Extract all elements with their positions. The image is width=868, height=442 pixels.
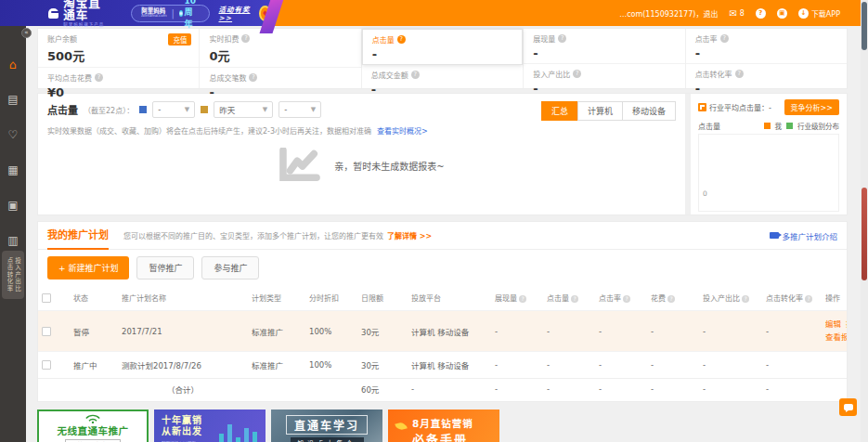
chart-section: 点击量 （截至22点）： -▼ 昨天▼ -▼ 汇总 计算机 移动设备 实时效果数…: [37, 93, 848, 215]
sidebar-item-home[interactable]: ⌂: [0, 46, 26, 82]
series-b-dropdown[interactable]: -▼: [279, 101, 321, 118]
my-plans-section: 我的推广计划 您可以根据不同的推广目的、宝贝类型，添加多个推广计划，让您的推广更…: [37, 221, 848, 402]
tab-my-plans[interactable]: 我的推广计划: [47, 222, 109, 250]
sidebar-item-favorites[interactable]: ♡: [0, 117, 26, 152]
main-content: 账户余额 500元 充值 平均点击花费? ¥0 实时扣费? 0元 总成交笔数? …: [26, 26, 861, 442]
chart-empty-state: 亲，暂时未生成数据报表~: [38, 148, 685, 183]
recharge-button[interactable]: 充值: [168, 33, 191, 46]
cell-cost: -: [647, 352, 699, 379]
daily-limit-link[interactable]: 30元: [357, 352, 408, 379]
join-promotion-button[interactable]: 参与推广: [201, 256, 259, 280]
help-icon[interactable]: ?: [573, 70, 581, 78]
col-roi: 投入产出比?: [699, 285, 762, 311]
legend-me-swatch: [764, 123, 771, 129]
activity-reward-link[interactable]: 活动有奖 >>: [219, 4, 253, 22]
mail-indicator[interactable]: ✉ 8: [729, 8, 744, 19]
platform-link[interactable]: 计算机 移动设备: [408, 352, 491, 379]
anniversary-badge[interactable]: 阿里妈妈 Alimama.com | 10周年: [131, 5, 209, 22]
row-checkbox[interactable]: [42, 360, 51, 370]
create-plan-button[interactable]: + 新建推广计划: [47, 256, 129, 280]
daily-limit-link[interactable]: 30元: [357, 311, 408, 352]
clicks-chart-panel: 点击量 （截至22点）： -▼ 昨天▼ -▼ 汇总 计算机 移动设备 实时效果数…: [38, 94, 691, 214]
help-icon[interactable]: ?: [805, 295, 812, 303]
date-range-dropdown[interactable]: 昨天▼: [214, 101, 273, 118]
total-ctr: -: [595, 379, 647, 400]
help-icon[interactable]: ?: [735, 70, 744, 78]
quick-metrics-panel[interactable]: 点击转化率 投入产出比: [2, 251, 24, 299]
help-icon[interactable]: ?: [249, 73, 257, 82]
sidebar-collapse-button[interactable]: «: [21, 28, 32, 38]
col-platform: 投放平台: [408, 285, 491, 311]
compete-analysis-button[interactable]: 竞争分析>>: [784, 99, 839, 115]
help-icon[interactable]: ?: [397, 35, 406, 44]
y-axis-zero-label: 0: [703, 189, 707, 198]
col-clicks: 点击量?: [543, 285, 595, 311]
train-logo-icon: [48, 8, 58, 19]
help-icon[interactable]: ?: [623, 295, 630, 303]
table-row: 暂停 2017/7/21 标准推广 100% 30元 计算机 移动设备 - - …: [38, 311, 847, 352]
sidebar-item-campaigns[interactable]: ▤: [0, 82, 26, 117]
plans-table: 状态 推广计划名称 计划类型 分时折扣 日限额 投放平台 展现量? 点击量? 点…: [38, 285, 847, 399]
help-icon[interactable]: ?: [720, 34, 729, 43]
edit-link[interactable]: 编辑: [825, 319, 841, 329]
sidebar-item-reports[interactable]: ▦: [0, 152, 26, 188]
help-icon[interactable]: ?: [411, 71, 420, 79]
plan-name-link[interactable]: 2017/7/21: [118, 311, 248, 352]
banner-learning[interactable]: 直通车学习 知识点大集合: [271, 410, 382, 442]
multi-plan-intro-link[interactable]: 多推广计划介绍: [770, 230, 837, 241]
help-icon[interactable]: ?: [742, 295, 749, 303]
cell-ctr: -: [595, 311, 647, 352]
tab-mobile[interactable]: 移动设备: [622, 101, 676, 121]
industry-panel: 行业平均点击量：- 竞争分析>> 点击量 我 行业级别分布 0: [691, 94, 847, 214]
tab-summary[interactable]: 汇总: [541, 101, 578, 121]
industry-title: 行业平均点击量：-: [709, 102, 771, 112]
promote-link[interactable]: 推广: [846, 319, 847, 329]
col-plan-type: 计划类型: [248, 285, 305, 311]
banner-line2: 必备手册: [412, 430, 499, 442]
stat-clicks-selected[interactable]: 点击量? -: [362, 29, 523, 65]
briefcase-icon: ▥: [7, 234, 18, 247]
logo-title: 淘宝直通车: [63, 0, 107, 21]
download-app-link[interactable]: ↓ 下载APP: [798, 8, 840, 19]
help-icon[interactable]: ?: [756, 8, 766, 19]
discount-link[interactable]: 100%: [305, 311, 357, 352]
help-icon[interactable]: ?: [519, 295, 526, 303]
account-logout-link[interactable]: …com(1150932177)，退出: [619, 8, 718, 19]
banner-august-handbook[interactable]: 8月直钻营销 必备手册: [388, 410, 499, 442]
red-side-widget[interactable]: [862, 188, 867, 280]
mail-count: 8: [740, 9, 745, 18]
mobile-app-icon[interactable]: ▣: [777, 8, 787, 19]
sidebar: « ⌂ ▤ ♡ ▦ ▣ ▥ ◆ 点击转化率 投入产出比: [0, 26, 26, 442]
platform-link[interactable]: 计算机 移动设备: [408, 311, 491, 352]
learn-more-link[interactable]: 了解详情 >>: [387, 230, 432, 240]
series-a-dropdown[interactable]: -▼: [152, 101, 195, 118]
realtime-overview-link[interactable]: 查看实时概况>: [377, 127, 428, 136]
help-icon[interactable]: ?: [571, 295, 578, 303]
industry-legend: 我 行业级别分布: [764, 121, 840, 131]
pause-promotion-button[interactable]: 暂停推广: [136, 256, 194, 280]
plan-name-link[interactable]: 测款计划2017/8/7/26: [118, 352, 248, 379]
scrollbar-thumb[interactable]: [862, 2, 867, 50]
banner-wireless-promo[interactable]: 无线直通车推广 引爆店铺销量: [37, 410, 149, 442]
help-icon[interactable]: ?: [241, 34, 250, 43]
cell-cvr: -: [762, 311, 822, 352]
scrollbar-track[interactable]: [861, 0, 868, 442]
sidebar-item-account[interactable]: ▣: [0, 188, 26, 223]
banner-ten-year[interactable]: 十年赢销 从新出发 阿里妈妈 | 10周年: [154, 410, 266, 442]
cell-clicks: -: [543, 352, 595, 379]
tab-computer[interactable]: 计算机: [577, 101, 623, 121]
help-icon[interactable]: ?: [667, 295, 675, 303]
table-header-row: 状态 推广计划名称 计划类型 分时折扣 日限额 投放平台 展现量? 点击量? 点…: [38, 285, 847, 311]
industry-grid-icon: [698, 103, 706, 111]
discount-link[interactable]: 100%: [305, 352, 357, 379]
help-icon[interactable]: ?: [95, 73, 103, 82]
gift-badge-icon[interactable]: ♦: [259, 6, 271, 21]
row-checkbox[interactable]: [42, 327, 51, 336]
view-report-link[interactable]: 查看报表: [825, 332, 847, 342]
help-icon[interactable]: ?: [558, 34, 566, 43]
chat-fab-button[interactable]: [839, 398, 857, 416]
cell-cost: -: [647, 311, 699, 352]
zhitongche-logo[interactable]: 淘宝直通车 阿里妈妈旗下产品: [48, 0, 107, 28]
stat-ctr: 点击率? -: [686, 29, 847, 64]
select-all-checkbox[interactable]: [42, 293, 51, 303]
